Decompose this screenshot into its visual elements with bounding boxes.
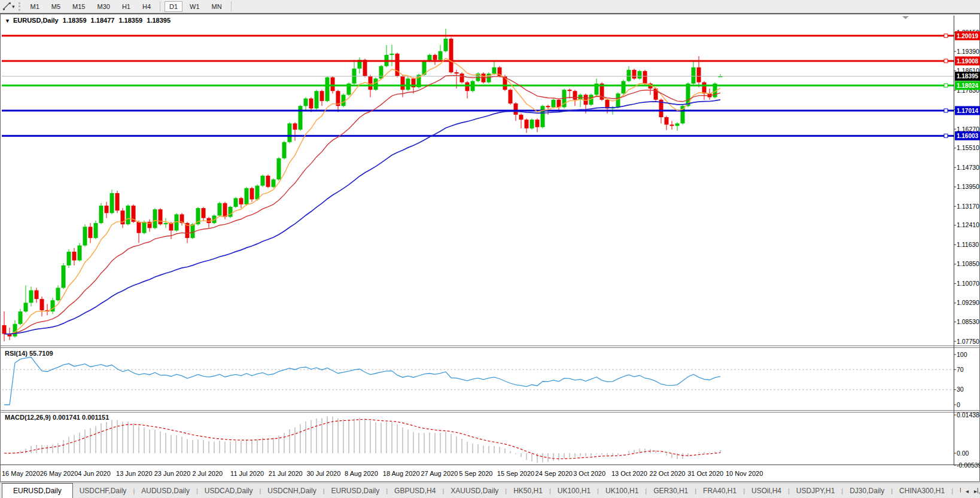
ohlc-low: 1.18359 (118, 17, 142, 24)
date-label: 5 Sep 2020 (459, 470, 492, 477)
tab-scroll-left-icon[interactable]: ◂ (966, 488, 969, 494)
candles (2, 29, 723, 341)
line-handle[interactable] (944, 34, 948, 38)
tab-usdjpy-h1[interactable]: USDJPY,H1 (790, 483, 841, 498)
timeframe-h1-button[interactable]: H1 (117, 1, 135, 12)
tab-usdcad-daily[interactable]: USDCAD,Daily (198, 483, 260, 498)
chart-shift-marker (902, 16, 909, 19)
date-label: 15 Sep 2020 (497, 470, 534, 477)
price-line-label: 1.19008 (957, 58, 979, 65)
toolbar: ▾ M1M5M15M30H1H4D1W1MN (0, 0, 980, 13)
tab-china300-h1[interactable]: CHINA300,H1 (893, 483, 951, 498)
timeframe-w1-button[interactable]: W1 (185, 1, 205, 12)
tab-hk50-h1[interactable]: HK50,H1 (507, 483, 549, 498)
macd-panel: 0.0143840.00-0.005396 (4, 411, 980, 469)
chart-tab-bar: EURUSD,DailyUSDCHF,Daily|AUDUSD,Daily|US… (0, 482, 980, 498)
date-label: 13 Jun 2020 (116, 470, 153, 477)
collapse-arrow-icon[interactable]: ▼ (5, 18, 10, 24)
tab-gbpusd-h4[interactable]: GBPUSD,H4 (388, 483, 442, 498)
macd-tick-label: 0.014384 (957, 411, 980, 418)
tab-usoil-h4[interactable]: USOil,H4 (745, 483, 788, 498)
tab-usdcnh-daily[interactable]: USDCNH,Daily (261, 483, 322, 498)
tab-uk100-h1[interactable]: UK100,H1 (551, 483, 597, 498)
toolbar-separator (160, 1, 160, 11)
tab-xauusd-daily[interactable]: XAUUSD,Daily (444, 483, 505, 498)
price-tick-label: 1.19390 (957, 48, 979, 55)
date-label: 24 Sep 2020 (535, 470, 573, 477)
price-tick-label: 1.08530 (957, 318, 979, 325)
tab-audusd-daily[interactable]: AUDUSD,Daily (135, 483, 196, 498)
date-label: 11 Jul 2020 (230, 470, 264, 477)
timeframe-m5-button[interactable]: M5 (47, 1, 65, 12)
timeframe-m15-button[interactable]: M15 (68, 1, 90, 12)
macd-tick-label: 0.00 (957, 450, 969, 457)
chart-symbol: EURUSD,Daily (13, 17, 59, 24)
price-tick-label: 1.13170 (957, 203, 979, 210)
tab-eurusd-daily[interactable]: EURUSD,Daily (325, 483, 386, 498)
timeframe-m1-button[interactable]: M1 (26, 1, 44, 12)
timeframe-mn-button[interactable]: MN (207, 1, 227, 12)
price-tick-label: 1.09290 (957, 299, 979, 306)
rsi-tick-label: 30 (957, 386, 964, 393)
tab-ger30-h1[interactable]: GER30,H1 (647, 483, 695, 498)
chart-frame (0, 14, 980, 482)
date-label: 22 Oct 2020 (650, 470, 686, 477)
line-handle[interactable] (944, 84, 948, 87)
date-label: 2 Jul 2020 (192, 470, 223, 477)
price-line-label: 1.18395 (957, 73, 979, 80)
date-label: 16 May 2020 (2, 470, 40, 477)
ohlc-close: 1.18395 (147, 17, 171, 24)
rsi-tick-label: 70 (957, 366, 964, 373)
toolbar-separator (231, 1, 232, 11)
trend-cursor-icon[interactable] (1, 2, 12, 11)
timeframe-h4-button[interactable]: H4 (138, 1, 156, 12)
line-handle[interactable] (944, 134, 948, 138)
price-line-label: 1.20019 (957, 33, 979, 39)
line-handle[interactable] (944, 59, 948, 63)
macd-tick-label: -0.005396 (957, 462, 980, 469)
price-tick-label: 1.07750 (957, 338, 979, 345)
date-axis: 16 May 202026 May 20204 Jun 202013 Jun 2… (2, 470, 763, 477)
price-tick-label: 1.11630 (957, 241, 979, 248)
rsi-tick-label: 100 (957, 351, 967, 358)
date-label: 10 Nov 2020 (726, 470, 763, 477)
tool-dropdown-arrow[interactable]: ▾ (12, 4, 15, 10)
rsi-panel: 10070300 (2, 351, 967, 408)
price-tick-label: 1.13950 (957, 183, 979, 190)
tab-fra40-h1[interactable]: FRA40,H1 (696, 483, 743, 498)
chart-canvas[interactable]: 1.201501.193901.186101.178301.170501.162… (0, 0, 980, 498)
tab-scroll-arrows: ◂ ▸ (961, 483, 977, 498)
timeframe-m30-button[interactable]: M30 (93, 1, 115, 12)
tab-scroll-right-icon[interactable]: ▸ (974, 488, 977, 494)
date-label: 13 Oct 2020 (611, 470, 647, 477)
rsi-tick-label: 0 (957, 401, 960, 408)
date-label: 4 Jun 2020 (78, 470, 110, 477)
ohlc-high: 1.18477 (91, 17, 115, 24)
tab-uk100-h1[interactable]: UK100,H1 (599, 483, 645, 498)
price-tick-label: 1.10070 (957, 280, 979, 287)
date-label: 18 Aug 2020 (383, 470, 420, 477)
rsi-indicator-label: RSI(14) 55.7109 (5, 350, 53, 357)
line-handle[interactable] (944, 109, 948, 112)
price-line-label: 1.18024 (957, 83, 979, 89)
tab-usdchf-daily[interactable]: USDCHF,Daily (73, 483, 133, 498)
macd-indicator-label: MACD(12,26,9) 0.001741 0.001151 (5, 414, 109, 421)
mt4-window: ▾ M1M5M15M30H1H4D1W1MN ▼EURUSD,Daily 1.1… (0, 0, 980, 498)
tab-eurusd-daily[interactable]: EURUSD,Daily (2, 483, 73, 498)
price-line-label: 1.17014 (957, 108, 979, 114)
toolbar-grip[interactable] (19, 2, 20, 11)
horizontal-lines (2, 34, 954, 138)
price-tick-label: 1.12410 (957, 221, 979, 228)
timeframe-d1-button[interactable]: D1 (165, 1, 182, 12)
chart-title: ▼EURUSD,Daily 1.18359 1.18477 1.18359 1.… (5, 17, 173, 24)
date-label: 30 Jul 2020 (306, 470, 340, 477)
date-label: 21 Jul 2020 (269, 470, 303, 477)
timeframe-buttons: M1M5M15M30H1H4D1W1MN (25, 1, 235, 12)
date-label: 8 Aug 2020 (345, 470, 378, 477)
date-label: 3 Oct 2020 (573, 470, 605, 477)
ohlc-open: 1.18359 (63, 17, 87, 24)
date-label: 27 Aug 2020 (421, 470, 458, 477)
price-tick-label: 1.14730 (957, 164, 979, 171)
price-line-label: 1.16003 (957, 133, 979, 139)
tab-dj30-daily[interactable]: DJ30,Daily (843, 483, 891, 498)
